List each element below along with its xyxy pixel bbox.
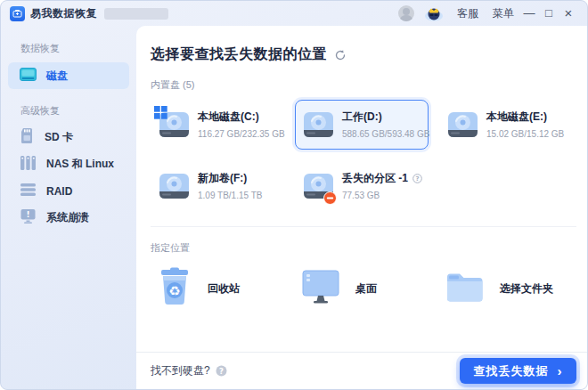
drive-name: 本地磁盘(E:) bbox=[486, 110, 564, 125]
drive-card-c[interactable]: 本地磁盘(C:) 116.27 GB/232.35 GB bbox=[151, 100, 284, 150]
svg-text:♻: ♻ bbox=[168, 283, 180, 299]
drive-capacity: 1.09 TB/1.15 TB bbox=[198, 191, 262, 200]
redacted-version-text bbox=[104, 8, 168, 20]
app-window: 易我数据恢复 客服 菜单 — □ × 数据恢复 磁盘 bbox=[0, 0, 588, 390]
svg-text:?: ? bbox=[219, 367, 224, 376]
help-circle-icon[interactable]: ? bbox=[216, 365, 227, 377]
maximize-icon[interactable]: □ bbox=[539, 1, 559, 26]
hard-drive-icon bbox=[301, 109, 335, 141]
lost-partition-badge-icon bbox=[323, 191, 337, 205]
minimize-icon[interactable]: — bbox=[519, 1, 539, 26]
help-circle-icon[interactable]: ? bbox=[412, 174, 422, 183]
drive-card-lost-partition[interactable]: 丢失的分区 -1 ? 77.53 GB bbox=[295, 161, 429, 211]
menu-link[interactable]: 菜单 bbox=[493, 6, 514, 21]
sd-card-icon bbox=[20, 127, 35, 148]
hard-drive-icon bbox=[301, 170, 335, 202]
drive-name: 丢失的分区 -1 ? bbox=[342, 171, 421, 186]
sidebar-item-label: SD 卡 bbox=[45, 130, 73, 145]
drive-name: 新加卷(F:) bbox=[198, 171, 262, 186]
support-link[interactable]: 客服 bbox=[457, 6, 478, 21]
drive-capacity: 116.27 GB/232.35 GB bbox=[198, 129, 285, 139]
hard-drive-icon bbox=[445, 109, 479, 141]
nas-server-icon bbox=[20, 155, 37, 175]
page-title: 选择要查找丢失数据的位置 bbox=[151, 45, 327, 64]
recycle-bin-icon: ♻ bbox=[156, 266, 193, 311]
hard-drive-icon bbox=[157, 109, 191, 141]
sidebar-item-raid[interactable]: RAID bbox=[8, 178, 129, 204]
location-desktop[interactable]: 桌面 bbox=[295, 266, 429, 311]
windows-logo-icon bbox=[154, 106, 167, 119]
internal-drives-label: 内置盘 (5) bbox=[151, 78, 576, 92]
disk-icon bbox=[20, 68, 37, 85]
sidebar-item-label: RAID bbox=[46, 185, 72, 198]
folder-icon bbox=[445, 270, 486, 307]
footer-bar: 找不到硬盘? ? 查找丢失数据 › bbox=[136, 352, 587, 389]
drive-capacity: 77.53 GB bbox=[342, 191, 380, 200]
desktop-icon bbox=[300, 268, 341, 309]
drive-name: 工作(D:) bbox=[342, 110, 421, 125]
titlebar: 易我数据恢复 客服 菜单 — □ × bbox=[1, 1, 587, 26]
refresh-icon[interactable] bbox=[334, 49, 347, 61]
sidebar-section-advanced-recovery: 高级恢复 bbox=[1, 97, 136, 124]
drive-name: 本地磁盘(C:) bbox=[198, 110, 276, 125]
drive-capacity: 15.02 GB/15.12 GB bbox=[486, 129, 564, 139]
vip-badge-icon[interactable] bbox=[423, 5, 445, 21]
drive-capacity: 588.65 GB/593.48 GB bbox=[342, 129, 429, 139]
cant-find-drive-link[interactable]: 找不到硬盘? ? bbox=[151, 363, 227, 378]
location-select-folder[interactable]: 选择文件夹 bbox=[439, 266, 573, 311]
sidebar-item-label: 磁盘 bbox=[46, 69, 68, 84]
hard-drive-icon bbox=[157, 170, 191, 202]
sidebar-item-label: NAS 和 Linux bbox=[46, 157, 114, 172]
svg-text:!: ! bbox=[26, 210, 29, 219]
sidebar-item-nas-linux[interactable]: NAS 和 Linux bbox=[8, 151, 129, 177]
app-title: 易我数据恢复 bbox=[30, 6, 97, 21]
sidebar-item-label: 系统崩溃 bbox=[46, 210, 89, 225]
location-label: 选择文件夹 bbox=[500, 281, 553, 297]
user-avatar[interactable] bbox=[398, 5, 414, 21]
sidebar: 数据恢复 磁盘 高级恢复 SD 卡 NAS 和 Linux bbox=[1, 26, 136, 389]
specified-location-label: 指定位置 bbox=[151, 241, 576, 255]
sidebar-item-system-crash[interactable]: ! 系统崩溃 bbox=[8, 205, 129, 231]
drive-card-f[interactable]: 新加卷(F:) 1.09 TB/1.15 TB bbox=[151, 161, 284, 211]
drive-card-d-selected[interactable]: 工作(D:) 588.65 GB/593.48 GB bbox=[295, 100, 429, 150]
location-label: 桌面 bbox=[355, 281, 377, 297]
chevron-right-icon: › bbox=[558, 364, 563, 378]
app-logo-icon bbox=[10, 6, 25, 21]
location-row: ♻ 回收站 桌面 选择文件夹 bbox=[151, 266, 576, 311]
main-panel: 选择要查找丢失数据的位置 内置盘 (5) 本地磁盘(C:) bbox=[136, 26, 587, 389]
scan-for-lost-data-button[interactable]: 查找丢失数据 › bbox=[460, 358, 576, 384]
drive-card-e[interactable]: 本地磁盘(E:) 15.02 GB/15.12 GB bbox=[439, 100, 573, 150]
location-recycle-bin[interactable]: ♻ 回收站 bbox=[151, 266, 284, 311]
section-divider bbox=[151, 226, 576, 227]
sidebar-item-disk[interactable]: 磁盘 bbox=[8, 62, 129, 89]
sidebar-section-data-recovery: 数据恢复 bbox=[1, 35, 136, 61]
system-crash-icon: ! bbox=[20, 208, 37, 228]
close-icon[interactable]: × bbox=[559, 1, 578, 26]
svg-text:?: ? bbox=[415, 175, 419, 183]
drive-grid: 本地磁盘(C:) 116.27 GB/232.35 GB 工作(D:) bbox=[151, 100, 576, 211]
sidebar-item-sd-card[interactable]: SD 卡 bbox=[8, 125, 129, 150]
raid-array-icon bbox=[20, 183, 37, 200]
location-label: 回收站 bbox=[208, 281, 240, 297]
